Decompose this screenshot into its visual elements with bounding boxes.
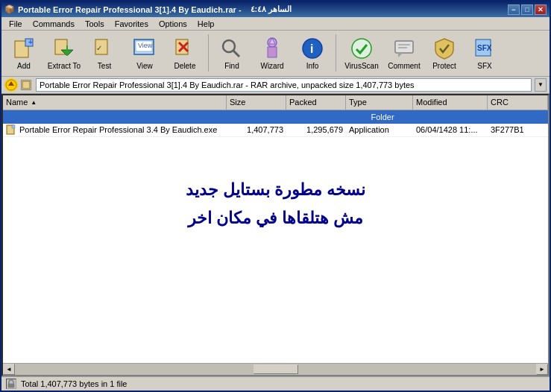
info-label: Info: [306, 62, 319, 70]
file-name-cell: Portable Error Repair Professional 3.4 B…: [3, 124, 227, 136]
file-packed-cell: 1,295,679: [286, 124, 346, 135]
svg-rect-33: [8, 384, 14, 388]
menu-bar: File Commands Tools Favorites Options He…: [1, 17, 550, 31]
scroll-left-button[interactable]: ◄: [3, 364, 15, 375]
file-list: Folder Portable Error Repair Professiona…: [3, 110, 548, 363]
svg-rect-30: [22, 81, 30, 89]
extract-icon: [52, 37, 76, 60]
add-icon: +: [12, 37, 36, 60]
toolbar-sep2: [336, 34, 336, 72]
h-scrollbar: ◄ ►: [3, 363, 548, 375]
address-input[interactable]: [36, 78, 532, 92]
svg-point-21: [352, 39, 371, 58]
toolbar-virusscan-button[interactable]: VirusScan: [340, 32, 383, 74]
status-bar: Total 1,407,773 bytes in 1 file: [1, 376, 550, 391]
toolbar: + Add Extract To ✓: [1, 31, 550, 76]
col-type[interactable]: Type: [346, 95, 413, 110]
sfx-icon: SFX: [473, 37, 497, 60]
lock-icon: [6, 379, 16, 389]
column-headers: Name ▲ Size Packed Type Modified CRC: [3, 95, 548, 110]
svg-rect-32: [12, 125, 15, 128]
toolbar-test-button[interactable]: ✓ Test: [85, 32, 124, 74]
col-name[interactable]: Name ▲: [3, 95, 227, 110]
file-size-cell: 1,407,773: [227, 124, 286, 135]
file-type-cell: Application: [346, 124, 413, 135]
main-window: 📦 Portable Error Repair Professional 3[1…: [0, 0, 551, 392]
svg-text:View: View: [138, 42, 153, 49]
title-bar-left: 📦 Portable Error Repair Professional 3[1…: [4, 4, 292, 14]
col-size[interactable]: Size: [227, 95, 286, 110]
col-crc[interactable]: CRC: [488, 95, 548, 110]
svg-point-14: [223, 40, 235, 52]
scroll-right-button[interactable]: ►: [536, 364, 548, 375]
toolbar-protect-button[interactable]: Protect: [425, 32, 464, 74]
toolbar-find-button[interactable]: Find: [212, 32, 251, 74]
folder-type: Folder: [349, 113, 416, 121]
toolbar-delete-button[interactable]: Delete: [166, 32, 204, 74]
scroll-thumb[interactable]: [254, 364, 298, 374]
test-label: Test: [98, 62, 111, 70]
menu-tools[interactable]: Tools: [81, 19, 109, 29]
menu-favorites[interactable]: Favorites: [110, 19, 153, 29]
toolbar-info-button[interactable]: i Info: [293, 32, 332, 74]
add-label: Add: [17, 62, 31, 70]
file-crc-cell: 3F277B1: [488, 124, 548, 135]
virusscan-label: VirusScan: [344, 62, 378, 70]
col-packed[interactable]: Packed: [286, 95, 346, 110]
menu-file[interactable]: File: [4, 19, 27, 29]
app-icon: 📦: [4, 4, 15, 14]
sfx-label: SFX: [477, 62, 491, 70]
find-icon: [220, 37, 244, 60]
menu-help[interactable]: Help: [193, 19, 219, 29]
toolbar-wizard-button[interactable]: Wizard: [253, 32, 292, 74]
delete-icon: [173, 37, 197, 60]
file-area: Name ▲ Size Packed Type Modified CRC: [1, 94, 550, 376]
arabic-line2: مش هتلقاها في مكان اخر: [188, 209, 363, 228]
delete-label: Delete: [174, 62, 196, 70]
address-dropdown[interactable]: ▼: [535, 78, 547, 92]
svg-rect-17: [268, 47, 277, 57]
title-text: Portable Error Repair Professional 3[1].…: [18, 5, 242, 14]
protect-icon: [432, 37, 456, 60]
scroll-track[interactable]: [15, 364, 536, 375]
up-icon[interactable]: [4, 78, 18, 92]
toolbar-add-button[interactable]: + Add: [4, 32, 43, 74]
table-row[interactable]: Portable Error Repair Professional 3.4 B…: [3, 124, 548, 137]
toolbar-view-button[interactable]: View View: [125, 32, 164, 74]
comment-icon: [392, 37, 416, 60]
minimize-button[interactable]: −: [508, 4, 520, 15]
col-modified[interactable]: Modified: [413, 95, 488, 110]
find-label: Find: [224, 62, 239, 70]
view-icon: View: [133, 37, 157, 60]
menu-commands[interactable]: Commands: [28, 19, 79, 29]
svg-line-15: [233, 51, 239, 57]
protect-label: Protect: [432, 62, 456, 70]
menu-options[interactable]: Options: [154, 19, 192, 29]
comment-label: Comment: [388, 62, 420, 70]
archive-icon: [21, 80, 31, 90]
view-label: View: [136, 62, 153, 70]
test-icon: ✓: [92, 37, 116, 60]
title-bar-controls: − □ ✕: [508, 4, 547, 15]
close-button[interactable]: ✕: [535, 4, 547, 15]
svg-text:+: +: [28, 38, 33, 46]
toolbar-sep1: [208, 34, 209, 72]
toolbar-sfx-button[interactable]: SFX SFX: [465, 32, 504, 74]
svg-text:SFX: SFX: [477, 44, 492, 52]
file-icon: [6, 124, 16, 135]
arabic-overlay: نسخه مطورة بستايل جديد مش هتلقاها في مكا…: [3, 137, 548, 271]
arabic-line1: نسخه مطورة بستايل جديد: [186, 180, 365, 200]
title-bar: 📦 Portable Error Repair Professional 3[1…: [1, 1, 550, 17]
svg-text:i: i: [310, 42, 313, 55]
wizard-label: Wizard: [260, 62, 283, 70]
address-bar: ▼: [1, 77, 550, 94]
extract-label: Extract To: [48, 62, 81, 70]
svg-rect-22: [395, 41, 413, 53]
toolbar-comment-button[interactable]: Comment: [385, 32, 424, 74]
wizard-icon: [260, 37, 284, 60]
sort-arrow: ▲: [31, 99, 37, 106]
toolbar-extract-button[interactable]: Extract To: [45, 32, 84, 74]
file-modified-cell: 06/04/1428 11:...: [413, 124, 488, 135]
folder-row[interactable]: Folder: [3, 110, 548, 124]
maximize-button[interactable]: □: [521, 4, 533, 15]
